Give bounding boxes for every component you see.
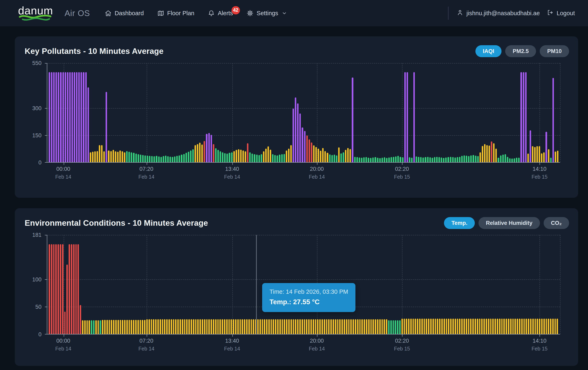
bar-yellow[interactable] bbox=[222, 319, 223, 334]
bar-yellow[interactable] bbox=[452, 319, 454, 334]
bar-yellow[interactable] bbox=[315, 147, 317, 162]
bar-yellow[interactable] bbox=[297, 319, 299, 334]
bar-yellow[interactable] bbox=[368, 319, 370, 334]
bar-yellow[interactable] bbox=[543, 319, 545, 334]
bar-yellow[interactable] bbox=[122, 151, 123, 162]
bar-red[interactable] bbox=[58, 244, 59, 334]
bar-purple[interactable] bbox=[49, 72, 50, 162]
bar-yellow[interactable] bbox=[517, 319, 518, 334]
bar-yellow[interactable] bbox=[508, 319, 509, 334]
bar-purple[interactable] bbox=[83, 72, 84, 162]
bar-yellow[interactable] bbox=[267, 146, 269, 162]
bar-yellow[interactable] bbox=[366, 319, 367, 334]
bar-yellow[interactable] bbox=[330, 319, 332, 334]
bar-yellow[interactable] bbox=[213, 319, 214, 334]
bar-yellow[interactable] bbox=[335, 319, 336, 334]
bar-yellow[interactable] bbox=[435, 319, 436, 334]
bar-green[interactable] bbox=[518, 158, 520, 162]
bar-yellow[interactable] bbox=[459, 319, 461, 334]
bar-yellow[interactable] bbox=[89, 320, 90, 334]
bar-green[interactable] bbox=[174, 156, 176, 162]
nav-item-floor-plan[interactable]: Floor Plan bbox=[157, 10, 194, 17]
bar-green[interactable] bbox=[186, 153, 187, 162]
bar-purple[interactable] bbox=[546, 132, 547, 162]
bar-yellow[interactable] bbox=[210, 319, 212, 334]
bar-yellow[interactable] bbox=[333, 319, 334, 334]
bar-yellow[interactable] bbox=[204, 319, 205, 334]
bar-yellow[interactable] bbox=[415, 319, 416, 334]
bar-green[interactable] bbox=[393, 320, 394, 334]
bar-green[interactable] bbox=[215, 148, 217, 162]
bar-yellow[interactable] bbox=[341, 319, 343, 334]
bar-red[interactable] bbox=[213, 144, 214, 162]
bar-green[interactable] bbox=[131, 152, 132, 162]
bar-yellow[interactable] bbox=[179, 319, 181, 334]
bar-yellow[interactable] bbox=[122, 320, 123, 334]
bar-yellow[interactable] bbox=[286, 151, 287, 162]
bar-yellow[interactable] bbox=[233, 319, 234, 334]
pm10-toggle-button[interactable]: PM10 bbox=[540, 45, 569, 57]
bar-yellow[interactable] bbox=[346, 319, 347, 334]
bar-green[interactable] bbox=[361, 158, 362, 162]
bar-red[interactable] bbox=[64, 312, 66, 334]
bar-green[interactable] bbox=[427, 157, 429, 162]
bar-yellow[interactable] bbox=[126, 320, 128, 334]
bar-yellow[interactable] bbox=[556, 319, 558, 334]
bar-red[interactable] bbox=[51, 244, 52, 334]
bar-yellow[interactable] bbox=[463, 319, 465, 334]
bar-purple[interactable] bbox=[523, 72, 524, 162]
bar-red[interactable] bbox=[49, 244, 50, 334]
bar-yellow[interactable] bbox=[268, 319, 270, 334]
bar-yellow[interactable] bbox=[168, 319, 170, 334]
bar-yellow[interactable] bbox=[264, 319, 265, 334]
bar-green[interactable] bbox=[511, 158, 513, 162]
bar-yellow[interactable] bbox=[245, 151, 246, 162]
bar-green[interactable] bbox=[381, 158, 383, 162]
bar-yellow[interactable] bbox=[512, 319, 514, 334]
bar-green[interactable] bbox=[154, 156, 155, 162]
bar-yellow[interactable] bbox=[421, 319, 423, 334]
bar-green[interactable] bbox=[411, 158, 412, 162]
bar-green[interactable] bbox=[438, 157, 440, 162]
bar-yellow[interactable] bbox=[472, 319, 474, 334]
bar-yellow[interactable] bbox=[199, 143, 200, 162]
bar-green[interactable] bbox=[334, 155, 335, 162]
bar-green[interactable] bbox=[461, 156, 463, 162]
bar-green[interactable] bbox=[217, 150, 219, 162]
bar-green[interactable] bbox=[468, 156, 470, 162]
bar-yellow[interactable] bbox=[115, 151, 116, 162]
bar-yellow[interactable] bbox=[117, 320, 119, 334]
bar-yellow[interactable] bbox=[310, 319, 312, 334]
bar-yellow[interactable] bbox=[240, 150, 242, 162]
bar-yellow[interactable] bbox=[99, 145, 100, 162]
bar-yellow[interactable] bbox=[92, 152, 94, 162]
bar-green[interactable] bbox=[276, 155, 278, 162]
bar-yellow[interactable] bbox=[195, 145, 196, 162]
bar-yellow[interactable] bbox=[246, 319, 248, 334]
bar-yellow[interactable] bbox=[275, 319, 276, 334]
bar-green[interactable] bbox=[140, 155, 141, 162]
bar-yellow[interactable] bbox=[348, 319, 350, 334]
bar-yellow[interactable] bbox=[226, 319, 228, 334]
bar-yellow[interactable] bbox=[350, 319, 352, 334]
bar-yellow[interactable] bbox=[381, 319, 383, 334]
bar-green[interactable] bbox=[284, 154, 285, 162]
bar-yellow[interactable] bbox=[133, 320, 134, 334]
bar-yellow[interactable] bbox=[217, 319, 219, 334]
bar-yellow[interactable] bbox=[144, 320, 146, 334]
bar-yellow[interactable] bbox=[153, 319, 154, 334]
bar-yellow[interactable] bbox=[534, 147, 536, 162]
bar-yellow[interactable] bbox=[337, 319, 339, 334]
bar-green[interactable] bbox=[133, 153, 134, 162]
bar-yellow[interactable] bbox=[428, 319, 429, 334]
bar-yellow[interactable] bbox=[327, 153, 328, 162]
bar-yellow[interactable] bbox=[324, 319, 325, 334]
bar-yellow[interactable] bbox=[377, 319, 378, 334]
bar-green[interactable] bbox=[441, 157, 442, 162]
bar-green[interactable] bbox=[254, 154, 255, 162]
bar-green[interactable] bbox=[466, 156, 467, 162]
bar-green[interactable] bbox=[100, 320, 101, 334]
bar-yellow[interactable] bbox=[486, 145, 488, 162]
bar-yellow[interactable] bbox=[101, 145, 103, 162]
bar-green[interactable] bbox=[354, 157, 356, 162]
